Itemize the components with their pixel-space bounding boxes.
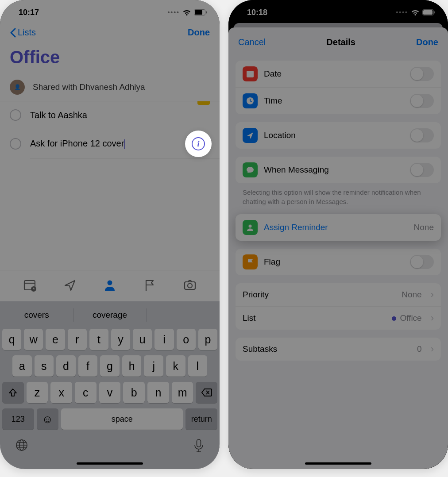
location-icon — [243, 128, 258, 143]
toggle[interactable] — [410, 163, 434, 177]
location-icon[interactable] — [63, 278, 77, 293]
row-label: Flag — [264, 257, 404, 267]
suggestion[interactable]: coverage — [73, 304, 146, 326]
shared-row[interactable]: 👤 Shared with Dhvanesh Adhiya — [0, 74, 220, 101]
wifi-icon — [182, 9, 191, 16]
done-button[interactable]: Done — [188, 27, 210, 38]
key-q[interactable]: q — [2, 329, 21, 350]
toggle[interactable] — [410, 128, 434, 142]
chevron-right-icon: › — [431, 289, 434, 300]
wifi-icon — [411, 9, 420, 16]
svg-rect-19 — [247, 71, 254, 73]
key-h[interactable]: h — [122, 355, 142, 377]
person-icon[interactable] — [103, 278, 116, 293]
row-label: Location — [264, 131, 404, 140]
camera-icon[interactable] — [183, 278, 197, 293]
key-e[interactable]: e — [46, 329, 65, 350]
cancel-button[interactable]: Cancel — [238, 37, 266, 47]
row-list[interactable]: List Office › — [236, 306, 441, 330]
more-dots: •••• — [396, 9, 408, 16]
key-l[interactable]: l — [188, 355, 208, 377]
key-c[interactable]: c — [75, 382, 97, 403]
row-value: None — [402, 290, 421, 300]
home-indicator[interactable] — [305, 462, 371, 465]
key-z[interactable]: z — [27, 382, 48, 403]
key-d[interactable]: d — [56, 355, 76, 377]
shared-label: Shared with Dhvanesh Adhiya — [33, 82, 145, 92]
complete-circle[interactable] — [10, 109, 21, 121]
key-v[interactable]: v — [99, 382, 121, 403]
row-subtasks[interactable]: Subtasks 0 › — [236, 338, 441, 361]
svg-point-21 — [249, 225, 252, 228]
toggle[interactable] — [410, 255, 434, 269]
calendar-icon — [243, 66, 258, 81]
key-k[interactable]: k — [166, 355, 185, 377]
key-b[interactable]: b — [123, 382, 145, 403]
space-key[interactable]: space — [61, 408, 183, 430]
key-g[interactable]: g — [100, 355, 120, 377]
sheet-header: Cancel Details Done — [228, 27, 448, 53]
suggestion[interactable]: covers — [0, 304, 73, 326]
key-a[interactable]: a — [12, 355, 32, 377]
home-indicator[interactable] — [77, 462, 143, 465]
key-w[interactable]: w — [24, 329, 43, 350]
more-dots: •••• — [167, 9, 180, 16]
key-m[interactable]: m — [172, 382, 193, 403]
key-s[interactable]: s — [35, 355, 54, 377]
status-time: 10:17 — [19, 8, 39, 17]
info-button-highlight[interactable]: i — [185, 131, 212, 157]
row-flag[interactable]: Flag — [236, 249, 441, 275]
row-label: Assign Reminder — [264, 223, 408, 232]
row-label: Priority — [243, 290, 395, 300]
battery-icon — [422, 9, 436, 15]
globe-icon[interactable] — [15, 439, 28, 454]
keyboard-bottom — [0, 432, 220, 459]
key-p[interactable]: p — [198, 329, 217, 350]
group-schedule: Date Time — [236, 61, 441, 114]
back-label: Lists — [18, 27, 36, 38]
key-f[interactable]: f — [78, 355, 98, 377]
toggle[interactable] — [410, 94, 434, 108]
back-button[interactable]: Lists — [10, 27, 36, 38]
backspace-key[interactable] — [196, 382, 217, 403]
done-button[interactable]: Done — [416, 37, 438, 47]
reminder-row-editing[interactable]: Ask for iPhone 12 cover DB i — [0, 129, 220, 158]
row-label: When Messaging — [264, 165, 404, 175]
svg-rect-16 — [423, 10, 433, 15]
key-j[interactable]: j — [144, 355, 163, 377]
svg-point-6 — [107, 281, 112, 285]
return-key[interactable]: return — [185, 408, 217, 430]
reminder-text[interactable]: Talk to Aashka — [30, 110, 210, 120]
key-y[interactable]: y — [111, 329, 130, 350]
suggestion[interactable] — [147, 304, 220, 326]
row-assign[interactable]: Assign Reminder None — [236, 214, 441, 241]
numbers-key[interactable]: 123 — [2, 408, 34, 430]
calendar-icon[interactable] — [23, 278, 36, 293]
row-location[interactable]: Location — [236, 122, 441, 149]
key-t[interactable]: t — [89, 329, 108, 350]
spacer — [228, 361, 448, 459]
toggle[interactable] — [410, 67, 434, 81]
screen-right: 10:18 •••• Cancel Details Done — [228, 0, 448, 469]
emoji-key[interactable]: ☺ — [37, 408, 59, 430]
key-n[interactable]: n — [147, 382, 169, 403]
key-u[interactable]: u — [133, 329, 152, 350]
reminder-text-editing[interactable]: Ask for iPhone 12 cover — [30, 138, 188, 149]
row-priority[interactable]: Priority None › — [236, 283, 441, 306]
reminder-text-value: Ask for iPhone 12 cover — [30, 138, 124, 148]
key-i[interactable]: i — [154, 329, 174, 350]
row-time[interactable]: Time — [236, 87, 441, 114]
key-o[interactable]: o — [177, 329, 196, 350]
status-bar: 10:18 •••• — [228, 0, 448, 21]
key-x[interactable]: x — [50, 382, 72, 403]
shift-key[interactable] — [2, 382, 24, 403]
flag-icon[interactable] — [143, 278, 156, 293]
reminder-row[interactable]: Talk to Aashka — [0, 101, 220, 129]
mic-icon[interactable] — [193, 439, 205, 454]
key-r[interactable]: r — [68, 329, 87, 350]
row-date[interactable]: Date — [236, 61, 441, 87]
clock-icon — [243, 93, 258, 108]
row-messaging[interactable]: When Messaging — [236, 157, 441, 183]
message-icon — [243, 162, 258, 177]
complete-circle[interactable] — [10, 138, 21, 150]
